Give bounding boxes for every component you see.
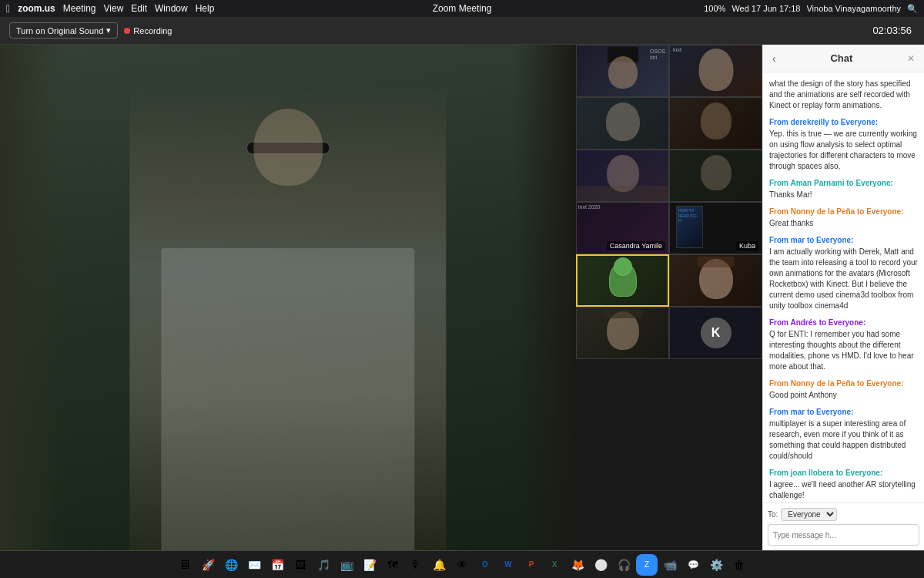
main-video [0,45,576,550]
video-area [0,45,576,550]
chat-message: From Andrés to Everyone: Q for ENTI: I r… [769,318,918,372]
dock-itunes[interactable]: 🎵 [313,554,334,576]
chat-message: From Nonny de la Peña to Everyone: Good … [769,378,918,401]
room-right [514,45,576,550]
main-video-background [0,45,576,550]
body-shape [161,248,414,550]
participant-tile[interactable] [576,97,669,150]
dock-finder[interactable]: 🖥 [174,554,196,576]
dock-spotify[interactable]: 🎧 [613,554,634,576]
dock-excel[interactable]: X [544,554,565,576]
chat-panel: ‹ Chat ✕ what the design of the story ha… [762,45,924,550]
k-avatar-badge: K [701,318,732,348]
datetime: Wed 17 Jun 17:18 [732,4,800,13]
participant-tile[interactable] [669,150,762,202]
dock-reminders[interactable]: 🔔 [428,554,450,576]
close-icon[interactable]: ✕ [907,53,915,64]
dock-zoom[interactable]: Z [636,554,658,576]
menubar-title: Zoom Meeting [433,3,492,14]
participant-tiles: OSOSxtri lnxt [576,45,762,359]
person-video [129,85,446,550]
search-icon[interactable]: 🔍 [907,4,918,14]
participant-tile[interactable]: K [669,307,762,359]
chat-footer: To: Everyone [763,502,924,550]
dock-photos[interactable]: 🖼 [290,554,311,576]
dock-system-prefs[interactable]: ⚙️ [705,554,727,576]
participant-tile[interactable] [669,97,762,150]
dock-calendar[interactable]: 📅 [266,554,288,576]
menu-meeting[interactable]: Meeting [63,3,96,14]
dock-mail[interactable]: ✉️ [243,554,265,576]
chat-header: ‹ Chat ✕ [763,45,924,72]
participant-tile[interactable]: lnxt [669,45,762,97]
menu-help[interactable]: Help [196,3,215,14]
participant-tile[interactable] [576,307,669,359]
dock-discord[interactable]: 💬 [682,554,704,576]
participant-strip: OSOSxtri lnxt [576,45,762,550]
dock-safari[interactable]: 🌐 [220,554,242,576]
dock-outlook[interactable]: O [474,554,496,576]
head-shape [253,109,323,186]
apple-menu[interactable]:  [6,2,10,15]
dock-preview[interactable]: 👁 [451,554,473,576]
app-name[interactable]: zoom.us [18,3,55,14]
dock-launchpad[interactable]: 🚀 [197,554,219,576]
participant-tile[interactable]: HOW TO READ SCI-FI Kuba [669,202,762,254]
chat-to-row: To: Everyone [768,508,919,521]
participant-tile[interactable] [576,254,669,307]
recording-label: Recording [133,26,172,35]
participant-tile[interactable] [576,150,669,202]
dock-firefox[interactable]: 🦊 [567,554,588,576]
menu-window[interactable]: Window [155,3,188,14]
dock-trash[interactable]: 🗑 [728,554,750,576]
chat-recipient-dropdown[interactable]: Everyone [781,508,837,521]
chat-messages[interactable]: what the design of the story has specifi… [763,72,924,502]
original-sound-label: Turn on Original Sound [16,26,103,35]
participant-tile[interactable] [669,254,762,307]
dock-bar: 🖥 🚀 🌐 ✉️ 📅 🖼 🎵 📺 📝 🗺 🎙 🔔 👁 O W P X 🦊 ⚪ 🎧… [0,550,924,578]
chat-message: From mar to Everyone: I am actually work… [769,235,918,311]
chat-message: From mar to Everyone: multiplayer is a s… [769,407,918,462]
meeting-timer: 02:03:56 [872,25,912,36]
menu-edit[interactable]: Edit [131,3,147,14]
dock-word[interactable]: W [497,554,519,576]
chat-message: From joan llobera to Everyone: I agree..… [769,468,918,501]
chat-title: Chat [830,52,852,64]
dock-podcasts[interactable]: 🎙 [405,554,427,576]
room-left [0,45,62,550]
back-arrow-icon[interactable]: ‹ [772,52,776,65]
dock-appletv[interactable]: 📺 [336,554,357,576]
battery-indicator: 100% [704,4,725,13]
chat-input-field[interactable] [768,524,919,546]
original-sound-button[interactable]: Turn on Original Sound ▾ [9,22,118,39]
dock-maps[interactable]: 🗺 [382,554,403,576]
chat-message: From Aman Parnami to Everyone: Thanks Ma… [769,178,918,200]
main-content: OSOSxtri lnxt [0,45,924,550]
dock-notes[interactable]: 📝 [359,554,380,576]
chevron-down-icon: ▾ [106,25,111,35]
dock-powerpoint[interactable]: P [521,554,542,576]
toolbar-left: Turn on Original Sound ▾ Recording [9,22,172,39]
chat-message: From derekreilly to Everyone: Yep. this … [769,117,918,172]
zoom-toolbar: Turn on Original Sound ▾ Recording 02:03… [0,17,924,45]
chat-message: From Nonny de la Peña to Everyone: Great… [769,207,918,229]
recording-badge: Recording [124,26,172,35]
menubar:  zoom.us Meeting View Edit Window Help … [0,0,924,17]
face-shape [698,49,733,91]
to-label: To: [768,510,778,519]
menubar-right: 100% Wed 17 Jun 17:18 Vinoba Vinayagamoo… [704,4,918,14]
participant-name: Kuba [736,241,758,250]
dock-facetime[interactable]: 📹 [659,554,681,576]
username: Vinoba Vinayagamoorthy [806,4,901,13]
chat-message: what the design of the story has specifi… [769,79,918,111]
menu-view[interactable]: View [104,3,124,14]
participant-tile[interactable]: OSOSxtri [576,45,669,97]
dock-chrome[interactable]: ⚪ [590,554,611,576]
menubar-left:  zoom.us Meeting View Edit Window Help [6,2,214,15]
recording-dot [124,28,130,34]
participant-tile[interactable]: lnxt 2020 Casandra Yamile [576,202,669,254]
participant-name: Casandra Yamile [607,241,665,250]
